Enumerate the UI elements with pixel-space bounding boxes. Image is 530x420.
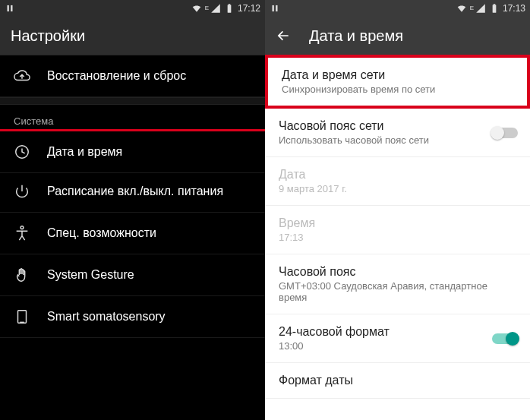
wifi-icon [191, 3, 202, 14]
toggle-24h[interactable] [492, 333, 518, 344]
row-sub: 17:13 [279, 232, 516, 243]
svg-rect-1 [11, 5, 12, 11]
item-label: Восстановление и сброс [47, 69, 186, 83]
screen-settings: E 17:12 Настройки Восстановление и сброс… [0, 0, 265, 420]
item-label: Smart somatosensory [47, 310, 166, 324]
back-icon[interactable] [276, 28, 291, 43]
row-title: Часовой пояс [279, 265, 516, 279]
svg-rect-3 [229, 4, 230, 5]
item-label: Расписание вкл./выкл. питания [47, 185, 223, 198]
row-title: Часовой пояс сети [279, 119, 516, 133]
row-title: 24-часовой формат [279, 325, 516, 339]
svg-rect-7 [273, 5, 274, 11]
device-icon [14, 308, 30, 325]
appbar: Настройки [0, 17, 265, 55]
item-power-schedule[interactable]: Расписание вкл./выкл. питания [0, 171, 265, 213]
item-smart-somatosensory[interactable]: Smart somatosensory [0, 296, 265, 338]
row-sub: Синхронизировать время по сети [282, 84, 513, 95]
settings-list: Восстановление и сброс Система Дата и вр… [0, 55, 265, 420]
item-accessibility[interactable]: Спец. возможности [0, 213, 265, 254]
svg-rect-2 [228, 5, 232, 12]
status-time: 17:12 [238, 3, 260, 14]
item-system-gesture[interactable]: System Gesture [0, 254, 265, 296]
item-label: System Gesture [47, 268, 134, 282]
status-time: 17:13 [503, 3, 525, 14]
svg-rect-8 [276, 5, 277, 11]
row-sub: 9 марта 2017 г. [279, 183, 516, 194]
row-timezone[interactable]: Часовой пояс GMT+03:00 Саудовская Аравия… [265, 254, 530, 314]
item-backup-reset[interactable]: Восстановление и сброс [0, 55, 265, 97]
svg-rect-10 [494, 4, 495, 5]
item-label: Дата и время [47, 145, 122, 159]
row-network-time[interactable]: Дата и время сети Синхронизировать время… [265, 55, 530, 109]
item-date-time[interactable]: Дата и время [0, 129, 265, 173]
hand-icon [14, 267, 30, 283]
page-title: Дата и время [309, 27, 403, 45]
row-sub: 13:00 [279, 340, 516, 352]
row-title: Дата [279, 168, 516, 182]
power-icon [14, 183, 30, 200]
clock-icon [14, 144, 30, 160]
row-24h-format[interactable]: 24-часовой формат 13:00 [265, 314, 530, 363]
cloud-upload-icon [14, 68, 30, 84]
section-divider [0, 97, 265, 105]
row-sub: GMT+03:00 Саудовская Аравия, стандартное… [279, 280, 516, 303]
section-system: Система [0, 105, 265, 131]
wifi-icon [456, 3, 467, 14]
status-bar: E 17:12 [0, 0, 265, 17]
svg-point-5 [21, 226, 24, 229]
svg-rect-0 [8, 5, 9, 11]
signal-icon [475, 3, 486, 14]
pause-icon [5, 3, 15, 14]
screen-date-time: E 17:13 Дата и время Дата и время сети С… [265, 0, 530, 420]
page-title: Настройки [11, 27, 85, 45]
svg-rect-6 [18, 311, 27, 324]
row-sub: Использовать часовой пояс сети [279, 134, 516, 146]
pause-icon [270, 3, 280, 14]
row-title: Время [279, 216, 516, 230]
signal-icon [210, 3, 221, 14]
svg-rect-9 [493, 5, 497, 12]
row-network-timezone[interactable]: Часовой пояс сети Использовать часовой п… [265, 109, 530, 157]
battery-icon [489, 3, 500, 14]
row-date: Дата 9 марта 2017 г. [265, 157, 530, 206]
item-label: Спец. возможности [47, 226, 156, 240]
status-bar: E 17:13 [265, 0, 530, 17]
row-date-format[interactable]: Формат даты [265, 363, 530, 399]
network-e-icon: E [470, 5, 474, 11]
date-time-list: Дата и время сети Синхронизировать время… [265, 55, 530, 420]
network-e-icon: E [205, 5, 209, 11]
appbar: Дата и время [265, 17, 530, 55]
row-title: Дата и время сети [282, 68, 513, 82]
battery-icon [224, 3, 235, 14]
row-title: Формат даты [279, 374, 516, 387]
row-time: Время 17:13 [265, 206, 530, 254]
accessibility-icon [14, 225, 30, 242]
toggle-network-timezone[interactable] [492, 128, 518, 138]
